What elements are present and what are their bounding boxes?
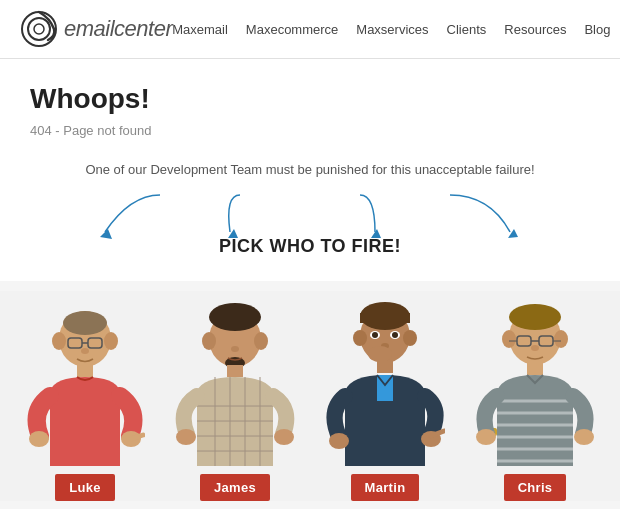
nav-link-maxemail[interactable]: Maxemail [172,22,228,37]
svg-point-22 [209,303,261,331]
svg-point-54 [509,304,561,330]
svg-point-2 [34,24,44,34]
nav-link-blog[interactable]: Blog [584,22,610,37]
arrows-svg [30,187,590,242]
svg-point-60 [531,345,539,351]
svg-point-16 [29,431,49,447]
svg-point-10 [63,311,107,335]
person-martin: Martin [325,291,445,501]
main-content: Whoops! 404 - Page not found One of our … [0,59,620,281]
svg-rect-47 [377,361,393,373]
svg-point-69 [476,429,496,445]
person-chris: Chris [475,291,595,501]
svg-point-44 [392,332,398,338]
page-subheading: 404 - Page not found [30,123,590,138]
chris-figure [475,291,595,466]
person-james: James [175,291,295,501]
svg-point-14 [81,348,89,354]
svg-marker-5 [371,229,381,238]
svg-point-52 [502,330,516,348]
nav-links: Maxemail Maxecommerce Maxservices Client… [172,20,610,38]
svg-point-8 [52,332,66,350]
svg-point-70 [574,429,594,445]
svg-point-9 [104,332,118,350]
punishment-message: One of our Development Team must be puni… [30,162,590,177]
nav-link-maxecommerce[interactable]: Maxecommerce [246,22,338,37]
person-luke: Luke [25,291,145,501]
logo-icon [20,10,58,48]
people-row: Luke [0,291,620,501]
nav-link-clients[interactable]: Clients [447,22,487,37]
people-section: Luke [0,281,620,509]
fire-button-luke[interactable]: Luke [55,474,115,501]
svg-point-21 [254,332,268,350]
svg-rect-40 [360,313,410,323]
svg-point-37 [353,330,367,346]
svg-point-20 [202,332,216,350]
svg-point-46 [368,346,392,362]
svg-point-38 [403,330,417,346]
svg-point-48 [329,433,349,449]
svg-point-35 [274,429,294,445]
fire-button-james[interactable]: James [200,474,270,501]
arrows-area [30,187,590,246]
nav-link-maxservices[interactable]: Maxservices [356,22,428,37]
svg-rect-15 [77,365,93,377]
logo-text: emailcenter [64,16,172,42]
svg-point-43 [372,332,378,338]
svg-point-53 [554,330,568,348]
svg-rect-61 [527,363,543,375]
page-heading: Whoops! [30,83,590,115]
svg-point-24 [231,346,239,352]
logo[interactable]: emailcenter [20,10,172,48]
nav-link-resources[interactable]: Resources [504,22,566,37]
svg-rect-25 [227,365,243,377]
luke-figure [25,291,145,466]
fire-button-chris[interactable]: Chris [504,474,567,501]
svg-point-34 [176,429,196,445]
navbar: emailcenter Maxemail Maxecommerce Maxser… [0,0,620,59]
martin-figure [325,291,445,466]
fire-button-martin[interactable]: Martin [351,474,420,501]
svg-point-1 [28,18,50,40]
james-figure [175,291,295,466]
